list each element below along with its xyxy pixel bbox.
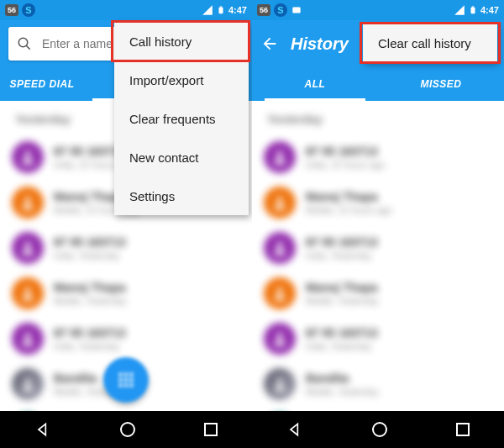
avatar-icon	[264, 187, 296, 219]
call-row[interactable]: 87 95 183713India, Yesterday	[264, 225, 492, 271]
call-row-subtitle: India, Yesterday	[306, 250, 378, 261]
call-row-title: 87 95 183713	[306, 235, 378, 249]
svg-rect-22	[472, 6, 475, 7]
call-row-subtitle: India, Yesterday	[54, 341, 126, 351]
app-s-icon: S	[22, 3, 35, 17]
svg-point-11	[118, 372, 122, 376]
tab-missed[interactable]: MISSED	[378, 67, 504, 101]
svg-point-14	[118, 378, 122, 382]
call-row-subtitle: India, Yesterday	[306, 341, 378, 351]
svg-rect-20	[292, 8, 300, 13]
signal-icon	[454, 4, 465, 16]
svg-point-25	[277, 242, 283, 248]
clock-text: 4:47	[228, 5, 247, 15]
app-s-icon: S	[274, 3, 287, 17]
svg-point-8	[25, 333, 31, 339]
call-row-title: 87 95 183713	[54, 235, 126, 249]
tab-speed-dial[interactable]: SPEED DIAL	[0, 67, 84, 101]
avatar-icon	[12, 368, 44, 400]
menu-import-export[interactable]: Import/export	[114, 61, 249, 99]
call-row-title: Bandita	[306, 372, 379, 385]
avatar-icon	[12, 232, 44, 264]
avatar-icon	[264, 232, 296, 264]
call-row[interactable]: 87 95 183713India, Yesterday	[12, 316, 240, 361]
svg-point-17	[118, 383, 122, 387]
avatar-icon	[264, 368, 296, 400]
dialpad-fab[interactable]	[103, 357, 149, 403]
nav-home-icon[interactable]	[372, 422, 387, 437]
svg-point-23	[277, 151, 283, 157]
svg-point-16	[129, 378, 133, 382]
call-row-title: 87 95 183713	[54, 326, 126, 340]
svg-point-12	[124, 372, 128, 376]
avatar-icon	[12, 323, 44, 355]
status-bar: 56 S 4:47	[0, 0, 252, 20]
clock-text: 4:47	[480, 5, 499, 15]
call-row-title: 87 95 183713	[306, 326, 378, 340]
menu-clear-frequents[interactable]: Clear frequents	[114, 99, 249, 138]
menu-call-history[interactable]: Call history	[114, 22, 249, 61]
nav-back-icon[interactable]	[286, 421, 303, 438]
svg-point-15	[124, 378, 128, 382]
nav-back-icon[interactable]	[34, 421, 51, 438]
tab-all[interactable]: ALL	[252, 67, 378, 101]
nav-recent-icon[interactable]	[456, 423, 470, 436]
call-row[interactable]: BanditaMobile, Yesterday	[264, 361, 492, 407]
call-row[interactable]: Manoj ThapaMobile, Yesterday	[12, 271, 240, 316]
notification-badge: 56	[257, 4, 270, 16]
phone-left: 56 S 4:47 SPEED DIAL R Yesterday 87 95 1…	[0, 0, 252, 448]
svg-point-26	[277, 287, 283, 293]
overflow-menu: Call history Import/export Clear frequen…	[114, 22, 249, 215]
nav-bar	[0, 411, 252, 448]
svg-point-4	[25, 151, 31, 157]
svg-point-2	[18, 38, 28, 47]
tabs-bar: ALL MISSED	[252, 67, 504, 101]
call-row[interactable]: Manoj ThapaMobile, 22 hours ago	[264, 180, 492, 225]
section-label: Yesterday	[267, 113, 489, 126]
avatar-icon	[264, 141, 296, 173]
svg-rect-1	[220, 6, 223, 7]
menu-clear-call-history[interactable]: Clear call history	[363, 24, 497, 62]
svg-point-13	[129, 372, 133, 376]
svg-point-5	[25, 197, 31, 203]
status-bar: 56 S 4:47	[252, 0, 504, 20]
call-row[interactable]: 87 95 183713India, 22 hours ago	[264, 134, 492, 180]
call-row[interactable]: Manoj ThapaMobile, Yesterday	[264, 271, 492, 316]
nav-recent-icon[interactable]	[204, 423, 218, 436]
svg-point-6	[25, 242, 31, 248]
svg-line-3	[26, 45, 30, 50]
svg-rect-21	[470, 8, 475, 14]
menu-settings[interactable]: Settings	[114, 177, 249, 215]
call-row-subtitle: India, 22 hours ago	[306, 160, 385, 170]
svg-point-19	[129, 383, 133, 387]
search-icon	[17, 36, 32, 51]
avatar-icon	[12, 141, 44, 173]
phone-right: 56 S 4:47 History ALL MISSED Yesterday 8…	[252, 0, 504, 448]
avatar-icon	[264, 323, 296, 355]
overflow-menu: Clear call history	[363, 24, 497, 62]
nav-bar	[252, 411, 504, 448]
svg-point-28	[277, 378, 283, 384]
avatar-icon	[12, 187, 44, 219]
call-row-title: 87 95 183713	[306, 145, 385, 158]
back-arrow-icon[interactable]	[260, 34, 279, 53]
call-row[interactable]: 87 95 183713India, Yesterday	[264, 316, 492, 361]
call-row-subtitle: Mobile, Yesterday	[54, 296, 127, 306]
notification-badge: 56	[5, 4, 18, 16]
svg-point-24	[277, 197, 283, 203]
screenshot-icon	[291, 4, 302, 16]
dialpad-icon	[115, 369, 137, 391]
svg-point-9	[25, 378, 31, 384]
call-row-title: Manoj Thapa	[306, 281, 379, 294]
menu-new-contact[interactable]: New contact	[114, 138, 249, 177]
battery-icon	[469, 4, 477, 16]
call-row-subtitle: India, Yesterday	[54, 250, 126, 261]
call-row-title: Manoj Thapa	[306, 190, 392, 203]
call-row[interactable]: 87 95 183713India, Yesterday	[12, 225, 240, 271]
nav-home-icon[interactable]	[120, 422, 135, 437]
avatar-icon	[12, 277, 44, 309]
call-row-subtitle: Mobile, Yesterday	[306, 296, 379, 306]
avatar-icon	[264, 277, 296, 309]
svg-rect-0	[218, 8, 223, 14]
call-row-subtitle: Mobile, 22 hours ago	[306, 205, 392, 215]
